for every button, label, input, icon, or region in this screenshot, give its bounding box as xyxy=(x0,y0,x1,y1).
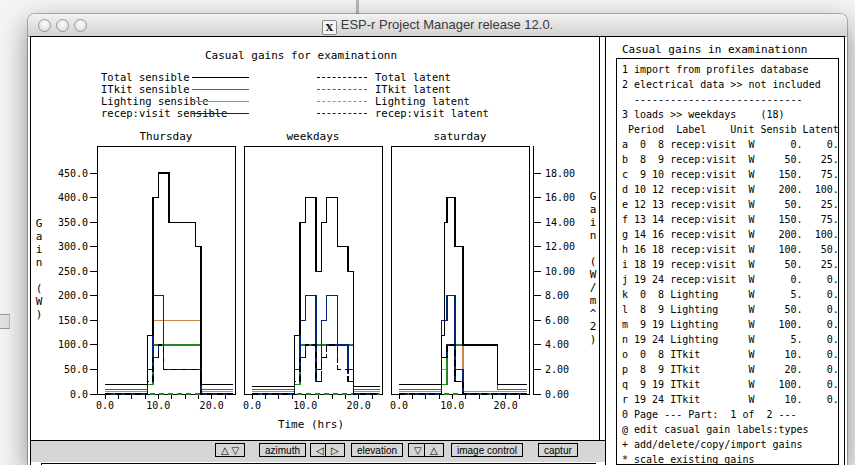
background-window-artifact xyxy=(356,0,359,14)
panel-menu-item: ---------------------------- xyxy=(622,92,838,107)
panel-menu-item[interactable]: l 8 9 Lighting W 50. 0. xyxy=(622,302,838,317)
x-tick-label: 0.0 xyxy=(237,400,267,411)
svg-text:0.0: 0.0 xyxy=(70,389,88,400)
window-titlebar[interactable]: XESP-r Project Manager release 12.0. xyxy=(28,14,847,37)
svg-text:6.00: 6.00 xyxy=(545,315,569,326)
elevation-button[interactable]: elevation xyxy=(351,443,403,457)
panel-menu-item[interactable]: 0 Page --- Part: 1 of 2 --- xyxy=(622,407,838,422)
app-content: Casual gains for examinationn Thursday w… xyxy=(30,36,845,465)
svg-text:200.0: 200.0 xyxy=(58,290,88,301)
panel-menu-item[interactable]: e 12 13 recep:visit W 50. 25. xyxy=(622,197,838,212)
svg-text:250.0: 250.0 xyxy=(58,266,88,277)
panel-menu-item[interactable]: i 18 19 recep:visit W 50. 25. xyxy=(622,257,838,272)
svg-text:100.0: 100.0 xyxy=(58,339,88,350)
x-tick-label: 20.0 xyxy=(491,400,521,411)
panel-menu-item[interactable]: 3 loads >> weekdays (18) xyxy=(622,107,838,122)
svg-text:10.00: 10.00 xyxy=(545,266,575,277)
app-window: XESP-r Project Manager release 12.0. Cas… xyxy=(28,14,847,465)
updown-button[interactable]: △ ▽ xyxy=(215,443,245,457)
panel-menu-item[interactable]: k 0 8 Lighting W 5. 0. xyxy=(622,287,838,302)
svg-text:150.0: 150.0 xyxy=(58,315,88,326)
x-tick-label: 10.0 xyxy=(143,400,173,411)
panel-menu-item[interactable]: + add/delete/copy/import gains xyxy=(622,437,838,452)
panel-menu-item[interactable]: d 10 12 recep:visit W 200. 100. xyxy=(622,182,838,197)
svg-text:300.0: 300.0 xyxy=(58,241,88,252)
svg-text:8.00: 8.00 xyxy=(545,290,569,301)
screen-edge-artifact xyxy=(0,314,10,329)
panel-menu-item[interactable]: p 8 9 ITkit W 20. 0. xyxy=(622,362,838,377)
panel-menu-item[interactable]: j 19 24 recep:visit W 0. 0. xyxy=(622,272,838,287)
panel-menu-item[interactable]: r 19 24 ITkit W 10. 0. xyxy=(622,392,838,407)
window-title: ESP-r Project Manager release 12.0. xyxy=(341,17,553,32)
panel-menu-item[interactable]: c 9 10 recep:visit W 150. 75. xyxy=(622,167,838,182)
image-control-button[interactable]: image control xyxy=(451,443,523,457)
svg-text:16.00: 16.00 xyxy=(545,192,575,203)
x-tick-label: 20.0 xyxy=(197,400,227,411)
svg-text:0.00: 0.00 xyxy=(545,389,569,400)
panel-menu-item[interactable]: m 9 19 Lighting W 100. 0. xyxy=(622,317,838,332)
panel-menu-item[interactable]: f 13 14 recep:visit W 150. 75. xyxy=(622,212,838,227)
svg-text:50.0: 50.0 xyxy=(64,364,88,375)
svg-text:400.0: 400.0 xyxy=(58,192,88,203)
azimuth-button[interactable]: azimuth xyxy=(259,443,306,457)
plot-svg: 0.050.0100.0150.0200.0250.0300.0350.0400… xyxy=(31,37,599,440)
svg-text:4.00: 4.00 xyxy=(545,339,569,350)
panel-menu-item[interactable]: * scale existing gains xyxy=(622,452,838,465)
svg-text:18.00: 18.00 xyxy=(545,168,575,179)
panel-menu-item[interactable]: @ edit casual gain labels:types xyxy=(622,422,838,437)
panel-menu-item[interactable]: b 8 9 recep:visit W 50. 25. xyxy=(622,152,838,167)
x-tick-label: 10.0 xyxy=(437,400,467,411)
panel-menu-item[interactable]: n 19 24 Lighting W 5. 0. xyxy=(622,332,838,347)
svg-text:12.00: 12.00 xyxy=(545,241,575,252)
x-tick-label: 20.0 xyxy=(344,400,374,411)
toolbar: △ ▽ azimuth ◁ ▷ elevation ▽ △ image cont… xyxy=(31,440,605,463)
svg-text:450.0: 450.0 xyxy=(58,168,88,179)
x-tick-label: 0.0 xyxy=(384,400,414,411)
casual-gains-panel: Casual gains in examinationn 1 import fr… xyxy=(606,37,844,465)
panel-menu-item[interactable]: q 9 19 ITkit W 100. 0. xyxy=(622,377,838,392)
panel-title: Casual gains in examinationn xyxy=(622,43,807,56)
panel-menu-item[interactable]: h 16 18 recep:visit W 100. 50. xyxy=(622,242,838,257)
svg-text:14.00: 14.00 xyxy=(545,217,575,228)
tilt-up-button[interactable]: △ xyxy=(424,443,444,457)
panel-menu-item[interactable]: 2 electrical data >> not included xyxy=(622,77,838,92)
rotate-right-button[interactable]: ▷ xyxy=(325,443,345,457)
panel-list: 1 import from profiles database2 electri… xyxy=(616,58,839,465)
panel-menu-item[interactable]: 1 import from profiles database xyxy=(622,62,838,77)
panel-menu-item: Period Label Unit Sensib Latent xyxy=(622,122,838,137)
window-title-row: XESP-r Project Manager release 12.0. xyxy=(28,17,847,35)
svg-text:350.0: 350.0 xyxy=(58,217,88,228)
x11-app-icon: X xyxy=(322,20,337,35)
x-tick-label: 0.0 xyxy=(90,400,120,411)
graph-area: Casual gains for examinationn Thursday w… xyxy=(31,37,600,440)
panel-menu-item[interactable]: o 0 8 ITkit W 10. 0. xyxy=(622,347,838,362)
svg-text:2.00: 2.00 xyxy=(545,364,569,375)
panel-menu-item[interactable]: g 14 16 recep:visit W 200. 100. xyxy=(622,227,838,242)
panel-menu-item[interactable]: a 0 8 recep:visit W 0. 0. xyxy=(622,137,838,152)
capture-button[interactable]: captur xyxy=(538,443,578,457)
x-tick-label: 10.0 xyxy=(290,400,320,411)
